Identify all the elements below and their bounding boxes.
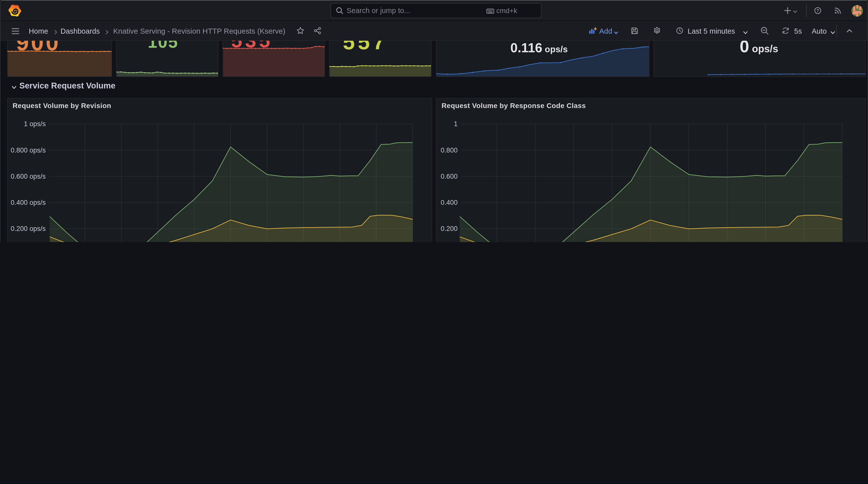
svg-text:0.800: 0.800 — [440, 147, 458, 154]
svg-text:?: ? — [816, 8, 819, 13]
svg-text:1 ops/s: 1 ops/s — [24, 120, 46, 128]
svg-text:0.600 ops/s: 0.600 ops/s — [10, 173, 46, 180]
svg-text:0.400: 0.400 — [440, 199, 458, 206]
svg-text:0.200 ops/s: 0.200 ops/s — [10, 225, 46, 233]
svg-text:1: 1 — [454, 120, 458, 128]
svg-text:0.800 ops/s: 0.800 ops/s — [10, 147, 46, 154]
svg-text:0.600: 0.600 — [440, 173, 458, 180]
svg-text:0.400 ops/s: 0.400 ops/s — [10, 199, 46, 206]
svg-text:0.200: 0.200 — [440, 225, 458, 233]
